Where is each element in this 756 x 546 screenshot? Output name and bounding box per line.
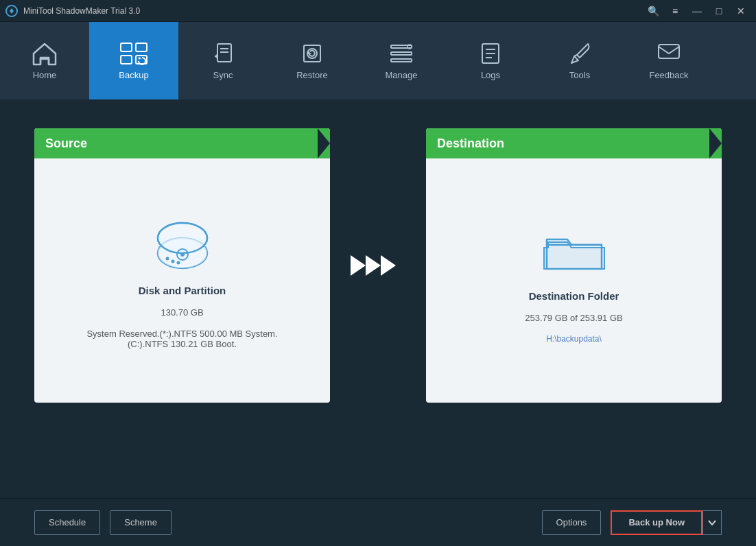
svg-rect-15 <box>391 59 412 62</box>
nav-item-home[interactable]: Home <box>0 22 89 99</box>
svg-marker-34 <box>351 255 366 276</box>
nav-item-backup[interactable]: Backup <box>89 22 178 99</box>
schedule-button[interactable]: Schedule <box>34 510 100 535</box>
source-destination-row: Source <box>34 128 722 403</box>
nav-label-restore: Restore <box>296 70 328 80</box>
bottom-bar: Schedule Scheme Options Back up Now <box>0 498 756 546</box>
source-header-label: Source <box>45 136 87 151</box>
nav-label-manage: Manage <box>386 70 418 80</box>
svg-marker-35 <box>366 255 381 276</box>
destination-size: 253.79 GB of 253.91 GB <box>525 313 622 323</box>
home-icon <box>31 41 58 66</box>
scheme-button[interactable]: Scheme <box>110 510 172 535</box>
svg-rect-22 <box>659 45 679 58</box>
close-button[interactable]: ✕ <box>731 3 751 19</box>
restore-icon <box>298 41 326 66</box>
menu-button[interactable]: ≡ <box>665 3 685 19</box>
source-size: 130.70 GB <box>161 307 203 318</box>
svg-rect-2 <box>136 43 147 51</box>
nav-item-logs[interactable]: Logs <box>446 22 535 99</box>
destination-header: Destination <box>426 128 722 158</box>
options-button[interactable]: Options <box>542 510 602 535</box>
feedback-icon <box>655 41 683 66</box>
backup-icon <box>119 41 149 66</box>
maximize-button[interactable]: □ <box>709 3 729 19</box>
sync-icon <box>211 41 235 66</box>
backup-now-dropdown[interactable] <box>702 510 722 535</box>
minimize-button[interactable]: — <box>687 3 707 19</box>
search-button[interactable]: 🔍 <box>643 3 663 19</box>
svg-marker-36 <box>381 255 396 276</box>
tools-icon <box>566 41 593 66</box>
nav-item-restore[interactable]: Restore <box>268 22 357 99</box>
source-header: Source <box>34 128 330 158</box>
svg-rect-10 <box>304 45 320 62</box>
backup-now-button[interactable]: Back up Now <box>611 510 702 535</box>
nav-label-sync: Sync <box>213 70 233 80</box>
main-content: Source <box>0 101 756 423</box>
destination-card[interactable]: Destination Destination Folder 253.79 GB… <box>426 128 722 403</box>
svg-point-30 <box>180 252 185 257</box>
source-title: Disk and Partition <box>139 285 226 296</box>
title-bar: MiniTool ShadowMaker Trial 3.0 🔍 ≡ — □ ✕ <box>0 0 756 22</box>
nav-label-feedback: Feedback <box>649 70 688 80</box>
svg-rect-1 <box>121 43 132 51</box>
nav-label-backup: Backup <box>119 70 148 80</box>
svg-point-31 <box>165 257 169 260</box>
svg-line-21 <box>574 55 577 56</box>
destination-header-dark-arrow <box>709 128 722 158</box>
source-card-body: Disk and Partition 130.70 GB System Rese… <box>34 158 330 402</box>
destination-header-label: Destination <box>437 136 504 151</box>
svg-rect-3 <box>121 56 132 64</box>
nav-item-sync[interactable]: Sync <box>178 22 268 99</box>
nav-label-tools: Tools <box>569 70 590 80</box>
manage-icon <box>388 41 415 66</box>
nav-bar: Home Backup Sync Restor <box>0 22 756 101</box>
nav-label-logs: Logs <box>481 70 500 80</box>
folder-icon <box>540 224 609 279</box>
app-logo <box>5 5 18 17</box>
bottom-left-buttons: Schedule Scheme <box>34 510 172 535</box>
app-title: MiniTool ShadowMaker Trial 3.0 <box>23 6 140 16</box>
svg-rect-14 <box>391 52 412 55</box>
disk-icon <box>148 219 217 274</box>
destination-card-body: Destination Folder 253.79 GB of 253.91 G… <box>426 158 722 402</box>
nav-item-feedback[interactable]: Feedback <box>624 22 713 99</box>
chevron-down-icon <box>708 520 716 525</box>
logs-icon <box>478 41 503 66</box>
source-card[interactable]: Source <box>34 128 330 403</box>
svg-point-33 <box>176 261 180 264</box>
destination-title: Destination Folder <box>529 290 619 302</box>
svg-point-32 <box>171 259 174 263</box>
nav-label-home: Home <box>33 70 57 80</box>
svg-rect-13 <box>391 45 412 48</box>
bottom-right-buttons: Options Back up Now <box>542 510 722 535</box>
arrow-separator <box>351 248 405 283</box>
nav-item-tools[interactable]: Tools <box>535 22 624 99</box>
source-header-dark-arrow <box>318 128 330 158</box>
svg-marker-5 <box>139 57 141 60</box>
source-detail: System Reserved.(*:).NTFS 500.00 MB Syst… <box>86 329 277 349</box>
nav-item-manage[interactable]: Manage <box>357 22 446 99</box>
destination-path: H:\backupdata\ <box>546 334 602 344</box>
